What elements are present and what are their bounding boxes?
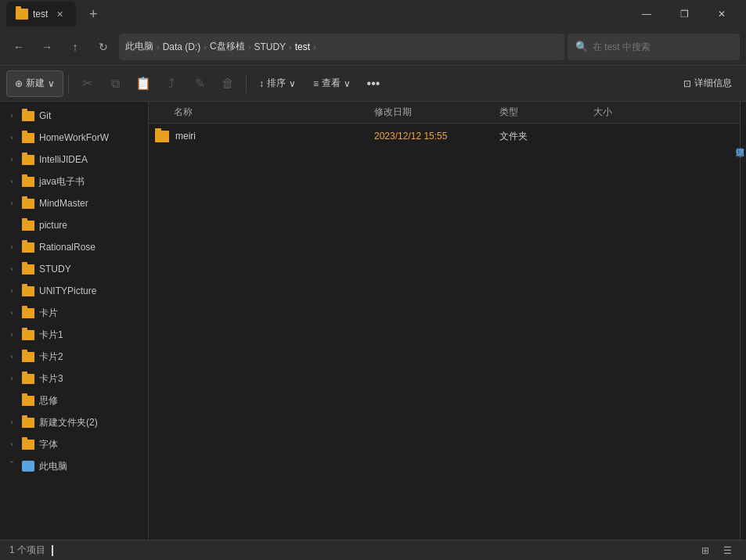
folder-icon bbox=[22, 330, 34, 340]
search-box[interactable]: 🔍 bbox=[568, 34, 740, 60]
file-name: meiri bbox=[175, 131, 196, 142]
chevron-right-icon: › bbox=[6, 199, 17, 207]
sidebar-item-newfolder[interactable]: › 新建文件夹(2) bbox=[0, 411, 148, 433]
status-view-controls: ⊞ ☰ bbox=[696, 543, 737, 558]
copy-button[interactable]: ⧉ bbox=[102, 70, 128, 97]
delete-button[interactable]: 🗑 bbox=[214, 70, 241, 97]
details-icon: ⊡ bbox=[683, 78, 691, 89]
new-tab-button[interactable]: + bbox=[82, 3, 104, 25]
breadcrumb-drive[interactable]: Data (D:) bbox=[163, 41, 201, 52]
sidebar-item-label: 思修 bbox=[39, 394, 58, 407]
refresh-button[interactable]: ↻ bbox=[91, 34, 116, 59]
chevron-right-icon: › bbox=[6, 353, 17, 361]
folder-icon bbox=[22, 440, 34, 450]
column-date[interactable]: 修改日期 bbox=[374, 106, 499, 119]
sidebar-item-label: HomeWorkForW bbox=[39, 132, 109, 143]
close-button[interactable]: ✕ bbox=[704, 2, 740, 27]
forward-button[interactable]: → bbox=[34, 34, 59, 59]
view-button[interactable]: ≡ 查看 ∨ bbox=[305, 70, 359, 97]
more-button[interactable]: ••• bbox=[360, 70, 387, 97]
toolbar: ⊕ 新建 ∨ ✂ ⧉ 📋 ⤴ ✎ 🗑 ↕ 排序 ∨ ≡ 查看 ∨ ••• ⊡ 详… bbox=[0, 66, 746, 102]
sidebar-item-card1[interactable]: › 卡片1 bbox=[0, 324, 148, 346]
sort-arrow: ∨ bbox=[289, 78, 296, 89]
window-controls: — ❐ ✕ bbox=[629, 2, 740, 27]
breadcrumb-current: test bbox=[295, 41, 310, 52]
folder-icon bbox=[22, 133, 34, 143]
sidebar-item-label: IntelliJIDEA bbox=[39, 154, 88, 165]
folder-icon bbox=[22, 155, 34, 165]
chevron-right-icon: › bbox=[6, 375, 17, 382]
column-type[interactable]: 类型 bbox=[499, 106, 593, 119]
chevron-right-icon: › bbox=[6, 440, 17, 448]
sidebar-item-label: 新建文件夹(2) bbox=[39, 416, 98, 429]
table-row[interactable]: meiri 2023/12/12 15:55 文件夹 bbox=[149, 124, 740, 149]
sidebar-item-intellij[interactable]: › IntelliJIDEA bbox=[0, 149, 148, 171]
chevron-right-icon: › bbox=[6, 418, 17, 426]
sidebar-item-label: 卡片1 bbox=[39, 328, 63, 342]
sidebar-item-java[interactable]: › java电子书 bbox=[0, 171, 148, 192]
sidebar-item-mindmaster[interactable]: › MindMaster bbox=[0, 192, 148, 214]
sidebar-item-label: STUDY bbox=[39, 264, 71, 275]
paste-button[interactable]: 📋 bbox=[130, 70, 157, 97]
folder-icon bbox=[22, 221, 34, 231]
column-name[interactable]: 名称 bbox=[155, 106, 374, 119]
toolbar-right: ⊡ 详细信息 bbox=[676, 70, 740, 97]
view-label: 查看 bbox=[322, 77, 341, 90]
folder-icon bbox=[22, 111, 34, 121]
sort-button[interactable]: ↕ 排序 ∨ bbox=[251, 70, 304, 97]
sidebar-item-label: 卡片3 bbox=[39, 372, 63, 386]
status-cursor bbox=[52, 545, 53, 556]
toolbar-sep-2 bbox=[246, 74, 247, 93]
search-input[interactable] bbox=[593, 41, 726, 52]
folder-icon bbox=[155, 131, 169, 142]
cut-button[interactable]: ✂ bbox=[74, 70, 100, 97]
chevron-right-icon: › bbox=[6, 134, 17, 142]
breadcrumb-cmove[interactable]: C盘移植 bbox=[210, 40, 245, 53]
sidebar-item-picture[interactable]: picture bbox=[0, 214, 148, 236]
chevron-right-icon: › bbox=[6, 309, 17, 317]
view-arrow: ∨ bbox=[344, 78, 351, 89]
maximize-button[interactable]: ❐ bbox=[666, 2, 702, 27]
file-list: 名称 修改日期 类型 大小 meiri 2023/12/12 15:55 文件夹 bbox=[149, 102, 740, 540]
sidebar-item-label: UNITYPicture bbox=[39, 285, 96, 296]
active-tab[interactable]: test ✕ bbox=[6, 2, 76, 27]
grid-view-button[interactable]: ⊞ bbox=[696, 543, 715, 558]
details-button[interactable]: ⊡ 详细信息 bbox=[676, 70, 740, 97]
sidebar-item-fonts[interactable]: › 字体 bbox=[0, 433, 148, 455]
breadcrumb-sep-3: › bbox=[248, 42, 251, 52]
breadcrumb-sep-4: › bbox=[289, 42, 292, 52]
new-button[interactable]: ⊕ 新建 ∨ bbox=[6, 70, 63, 97]
breadcrumb-study[interactable]: STUDY bbox=[254, 41, 286, 52]
folder-icon bbox=[22, 199, 34, 209]
chevron-down-icon: › bbox=[8, 461, 16, 472]
sidebar-item-study[interactable]: › STUDY bbox=[0, 258, 148, 280]
sidebar-item-computer[interactable]: › 此电脑 bbox=[0, 455, 148, 477]
breadcrumb[interactable]: 此电脑 › Data (D:) › C盘移植 › STUDY › test › bbox=[119, 34, 564, 60]
sidebar-item-label: java电子书 bbox=[39, 175, 85, 188]
folder-icon bbox=[22, 286, 34, 296]
rename-button[interactable]: ✎ bbox=[186, 70, 213, 97]
sidebar-item-card3[interactable]: › 卡片3 bbox=[0, 368, 148, 389]
sidebar-item-card2[interactable]: › 卡片2 bbox=[0, 346, 148, 368]
up-button[interactable]: ↑ bbox=[63, 34, 88, 59]
sidebar-item-unity[interactable]: › UNITYPicture bbox=[0, 280, 148, 302]
sidebar-item-rationalrose[interactable]: › RationalRose bbox=[0, 236, 148, 258]
back-button[interactable]: ← bbox=[6, 34, 31, 59]
share-button[interactable]: ⤴ bbox=[158, 70, 185, 97]
list-view-button[interactable]: ☰ bbox=[718, 543, 737, 558]
sidebar-item-homework[interactable]: › HomeWorkForW bbox=[0, 127, 148, 149]
folder-icon bbox=[22, 352, 34, 362]
column-size[interactable]: 大小 bbox=[593, 106, 656, 119]
folder-icon bbox=[22, 374, 34, 384]
tab-close-button[interactable]: ✕ bbox=[52, 7, 67, 21]
breadcrumb-computer[interactable]: 此电脑 bbox=[125, 40, 153, 53]
sidebar-item-label: MindMaster bbox=[39, 198, 88, 209]
chevron-right-icon: › bbox=[6, 178, 17, 185]
sidebar-item-label: picture bbox=[39, 220, 67, 231]
minimize-button[interactable]: — bbox=[629, 2, 665, 27]
sidebar-item-card[interactable]: › 卡片 bbox=[0, 302, 148, 324]
breadcrumb-chevron: › bbox=[313, 42, 316, 52]
sidebar-item-git[interactable]: › Git bbox=[0, 105, 148, 127]
chevron-right-icon: › bbox=[6, 156, 17, 163]
sidebar-item-sixiu[interactable]: 思修 bbox=[0, 389, 148, 411]
